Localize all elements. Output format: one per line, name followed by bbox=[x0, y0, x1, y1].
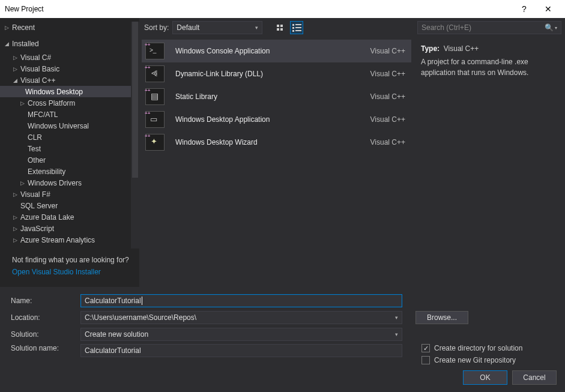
close-button[interactable]: ✕ bbox=[536, 4, 560, 14]
template-description: A project for a command-line .exe applic… bbox=[421, 56, 558, 78]
template-lang: Visual C++ bbox=[370, 138, 405, 146]
sort-by-combo[interactable]: Default ▾ bbox=[172, 21, 262, 34]
template-name: Windows Desktop Application bbox=[175, 115, 370, 124]
category-tree: ▷Recent ◢Installed ▷Visual C# ▷Visual Ba… bbox=[0, 18, 139, 287]
tree-azure-data-lake[interactable]: ▷Azure Data Lake bbox=[0, 211, 139, 223]
cancel-button[interactable]: Cancel bbox=[512, 370, 557, 385]
name-input[interactable]: CalculatorTutorial bbox=[80, 294, 402, 307]
template-icon bbox=[145, 134, 165, 151]
template-row[interactable]: Windows Desktop WizardVisual C++ bbox=[142, 131, 411, 154]
tiles-icon bbox=[277, 25, 283, 31]
solution-name-input[interactable]: CalculatorTutorial bbox=[80, 344, 402, 357]
tree-visual-cpp[interactable]: ◢Visual C++ bbox=[0, 74, 139, 86]
tree-visual-csharp[interactable]: ▷Visual C# bbox=[0, 52, 139, 63]
list-icon bbox=[292, 24, 301, 32]
chevron-right-icon: ▷ bbox=[18, 180, 26, 186]
chevron-right-icon: ▷ bbox=[2, 25, 11, 31]
solution-label: Solution: bbox=[11, 330, 76, 339]
template-icon bbox=[145, 111, 165, 128]
tree-other[interactable]: Other bbox=[0, 154, 139, 166]
checkbox-icon bbox=[421, 344, 430, 352]
tree-mfc-atl[interactable]: MFC/ATL bbox=[0, 109, 139, 120]
checkbox-icon bbox=[421, 356, 430, 364]
tree-windows-drivers[interactable]: ▷Windows Drivers bbox=[0, 177, 139, 188]
tree-scrollbar[interactable] bbox=[131, 22, 139, 249]
chevron-down-icon: ▾ bbox=[555, 25, 557, 31]
open-installer-link[interactable]: Open Visual Studio Installer bbox=[12, 268, 131, 276]
search-icon: 🔍 bbox=[545, 23, 554, 32]
solution-combo[interactable]: Create new solution▾ bbox=[80, 328, 402, 341]
template-list: Windows Console ApplicationVisual C++Dyn… bbox=[139, 37, 414, 287]
sort-by-label: Sort by: bbox=[144, 23, 169, 32]
search-placeholder: Search (Ctrl+E) bbox=[421, 23, 545, 32]
create-directory-checkbox[interactable]: Create directory for solution bbox=[421, 344, 522, 352]
location-input[interactable]: C:\Users\username\Source\Repos\▾ bbox=[80, 311, 402, 324]
chevron-right-icon: ▷ bbox=[11, 226, 19, 232]
tree-clr[interactable]: CLR bbox=[0, 131, 139, 143]
chevron-down-icon: ▾ bbox=[255, 25, 258, 31]
browse-button[interactable]: Browse... bbox=[415, 311, 468, 324]
type-value: Visual C++ bbox=[444, 44, 479, 53]
tree-other-project-types[interactable]: ▷Other Project Types bbox=[0, 246, 139, 249]
template-icon bbox=[145, 88, 165, 105]
tree-sql-server[interactable]: SQL Server bbox=[0, 200, 139, 211]
chevron-down-icon: ◢ bbox=[2, 41, 11, 47]
solution-name-label: Solution name: bbox=[11, 344, 76, 352]
tree-installed[interactable]: ◢Installed bbox=[0, 38, 139, 49]
window-title: New Project bbox=[5, 5, 512, 13]
tree-visual-basic[interactable]: ▷Visual Basic bbox=[0, 63, 139, 74]
tree-visual-fsharp[interactable]: ▷Visual F# bbox=[0, 188, 139, 200]
tree-test[interactable]: Test bbox=[0, 143, 139, 154]
not-finding-label: Not finding what you are looking for? bbox=[12, 256, 131, 264]
chevron-right-icon: ▷ bbox=[11, 249, 19, 249]
template-details: Type: Visual C++ A project for a command… bbox=[414, 37, 565, 84]
template-lang: Visual C++ bbox=[370, 115, 405, 124]
template-row[interactable]: Windows Console ApplicationVisual C++ bbox=[142, 40, 411, 62]
chevron-down-icon: ▾ bbox=[395, 331, 398, 337]
help-button[interactable]: ? bbox=[512, 4, 536, 14]
tree-windows-desktop[interactable]: Windows Desktop bbox=[0, 86, 139, 97]
template-name: Static Library bbox=[175, 92, 370, 101]
sort-by-value: Default bbox=[177, 23, 199, 32]
chevron-right-icon: ▷ bbox=[11, 66, 19, 72]
chevron-down-icon: ▾ bbox=[395, 315, 398, 321]
chevron-down-icon: ◢ bbox=[11, 77, 19, 83]
template-lang: Visual C++ bbox=[370, 92, 405, 101]
search-input[interactable]: Search (Ctrl+E) 🔍 ▾ bbox=[417, 21, 561, 34]
template-row[interactable]: Dynamic-Link Library (DLL)Visual C++ bbox=[142, 62, 411, 85]
title-bar: New Project ? ✕ bbox=[0, 0, 565, 18]
template-name: Windows Desktop Wizard bbox=[175, 138, 370, 146]
template-lang: Visual C++ bbox=[370, 47, 405, 55]
tree-cross-platform[interactable]: ▷Cross Platform bbox=[0, 97, 139, 109]
view-tiles-button[interactable] bbox=[273, 21, 286, 34]
create-git-checkbox[interactable]: Create new Git repository bbox=[421, 356, 522, 364]
template-lang: Visual C++ bbox=[370, 70, 405, 78]
type-label: Type: bbox=[421, 44, 440, 53]
location-label: Location: bbox=[11, 313, 76, 322]
ok-button[interactable]: OK bbox=[463, 370, 507, 385]
tree-windows-universal[interactable]: Windows Universal bbox=[0, 120, 139, 131]
template-name: Dynamic-Link Library (DLL) bbox=[175, 70, 370, 78]
tree-javascript[interactable]: ▷JavaScript bbox=[0, 223, 139, 234]
chevron-right-icon: ▷ bbox=[11, 214, 19, 220]
view-list-button[interactable] bbox=[290, 21, 303, 34]
template-name: Windows Console Application bbox=[175, 47, 370, 55]
chevron-right-icon: ▷ bbox=[11, 237, 19, 243]
name-label: Name: bbox=[11, 297, 76, 305]
template-row[interactable]: Static LibraryVisual C++ bbox=[142, 85, 411, 108]
chevron-right-icon: ▷ bbox=[11, 191, 19, 198]
template-icon bbox=[145, 43, 165, 59]
template-row[interactable]: Windows Desktop ApplicationVisual C++ bbox=[142, 108, 411, 131]
template-icon bbox=[145, 65, 165, 82]
chevron-right-icon: ▷ bbox=[18, 100, 26, 106]
chevron-right-icon: ▷ bbox=[11, 55, 19, 61]
tree-recent[interactable]: ▷Recent bbox=[0, 22, 139, 33]
tree-azure-stream-analytics[interactable]: ▷Azure Stream Analytics bbox=[0, 234, 139, 246]
tree-extensibility[interactable]: Extensibility bbox=[0, 166, 139, 177]
